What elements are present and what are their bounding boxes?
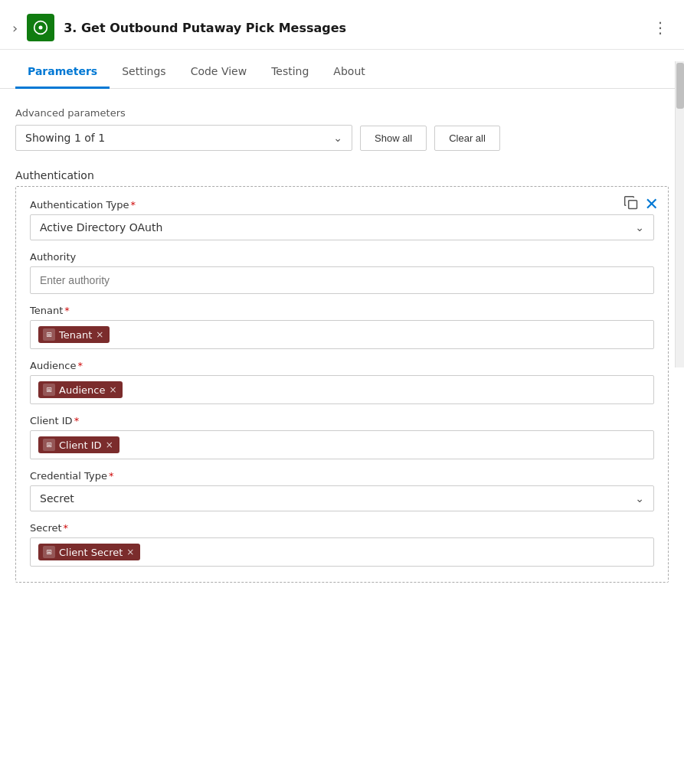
tab-code-view[interactable]: Code View (178, 56, 260, 89)
auth-type-value: Active Directory OAuth (40, 221, 162, 234)
auth-type-label: Authentication Type * (30, 199, 654, 211)
advanced-params-row: Showing 1 of 1 ⌄ Show all Clear all (15, 125, 669, 151)
authority-label: Authority (30, 251, 654, 263)
client-id-token-label: Client ID (59, 439, 102, 451)
client-id-field: Client ID * ⊞ Client ID × (30, 415, 654, 459)
secret-token-label: Client Secret (59, 547, 123, 558)
secret-required: * (64, 522, 69, 534)
audience-label: Audience * (30, 360, 654, 371)
tab-about[interactable]: About (321, 56, 377, 89)
tab-testing[interactable]: Testing (259, 56, 321, 89)
advanced-params-dropdown[interactable]: Showing 1 of 1 ⌄ (15, 125, 352, 151)
tenant-token-close[interactable]: × (96, 329, 103, 340)
scrollbar-thumb[interactable] (676, 63, 684, 109)
secret-label: Secret * (30, 522, 654, 534)
audience-token: ⊞ Audience × (38, 381, 123, 398)
header: › 3. Get Outbound Putaway Pick Messages … (0, 0, 684, 50)
auth-type-field: Authentication Type * Active Directory O… (30, 199, 654, 240)
auth-box-actions: ✕ (623, 194, 659, 214)
secret-token-close[interactable]: × (126, 547, 134, 557)
auth-section-label: Authentication (15, 169, 669, 181)
audience-field: Audience * ⊞ Audience × (30, 360, 654, 404)
advanced-params-label: Advanced parameters (15, 107, 669, 119)
credential-type-value: Secret (40, 492, 74, 505)
client-id-token-icon: ⊞ (43, 439, 55, 451)
authority-field: Authority (30, 251, 654, 294)
back-chevron[interactable]: › (12, 20, 18, 36)
tenant-token-icon: ⊞ (43, 328, 55, 341)
advanced-params-section: Advanced parameters Showing 1 of 1 ⌄ Sho… (15, 107, 669, 151)
tab-settings[interactable]: Settings (110, 56, 178, 89)
credential-type-chevron-icon: ⌄ (635, 492, 644, 505)
tenant-required: * (64, 305, 70, 316)
svg-rect-2 (628, 200, 637, 208)
credential-type-label: Credential Type * (30, 470, 654, 482)
auth-box: ✕ Authentication Type * Active Directory… (15, 186, 669, 583)
dropdown-chevron-icon: ⌄ (333, 132, 342, 144)
clear-all-button[interactable]: Clear all (434, 126, 500, 151)
tenant-token-label: Tenant (59, 329, 92, 341)
credential-type-field: Credential Type * Secret ⌄ (30, 470, 654, 511)
tenant-token-input[interactable]: ⊞ Tenant × (30, 320, 654, 349)
audience-token-input[interactable]: ⊞ Audience × (30, 375, 654, 404)
auth-type-dropdown[interactable]: Active Directory OAuth ⌄ (30, 214, 654, 240)
secret-token: ⊞ Client Secret × (38, 544, 140, 560)
tabs-bar: Parameters Settings Code View Testing Ab… (0, 56, 684, 89)
scrollbar[interactable] (675, 61, 684, 368)
client-id-token: ⊞ Client ID × (38, 436, 119, 453)
credential-type-dropdown[interactable]: Secret ⌄ (30, 485, 654, 511)
svg-point-1 (39, 26, 43, 30)
client-id-label: Client ID * (30, 415, 654, 426)
client-id-token-input[interactable]: ⊞ Client ID × (30, 430, 654, 459)
credential-type-required: * (109, 470, 114, 482)
secret-token-input[interactable]: ⊞ Client Secret × (30, 537, 654, 567)
copy-icon[interactable] (623, 195, 639, 214)
tab-parameters[interactable]: Parameters (15, 56, 110, 89)
auth-type-required: * (130, 199, 136, 211)
audience-token-label: Audience (59, 384, 105, 396)
tenant-label: Tenant * (30, 305, 654, 316)
audience-required: * (77, 360, 83, 371)
tenant-token: ⊞ Tenant × (38, 326, 110, 343)
step-icon (27, 14, 54, 41)
auth-type-chevron-icon: ⌄ (635, 221, 644, 234)
secret-field: Secret * ⊞ Client Secret × (30, 522, 654, 567)
audience-token-icon: ⊞ (43, 384, 55, 396)
auth-close-icon[interactable]: ✕ (645, 194, 659, 214)
show-all-button[interactable]: Show all (360, 126, 427, 151)
client-id-required: * (74, 415, 80, 426)
more-options-button[interactable]: ⋮ (653, 18, 669, 37)
secret-token-icon: ⊞ (43, 546, 55, 558)
tenant-field: Tenant * ⊞ Tenant × (30, 305, 654, 349)
header-title: 3. Get Outbound Putaway Pick Messages (64, 21, 346, 35)
advanced-params-value: Showing 1 of 1 (25, 132, 105, 144)
content-area: Advanced parameters Showing 1 of 1 ⌄ Sho… (0, 89, 684, 601)
client-id-token-close[interactable]: × (106, 439, 113, 450)
audience-token-close[interactable]: × (109, 384, 116, 395)
authority-input[interactable] (30, 266, 654, 294)
